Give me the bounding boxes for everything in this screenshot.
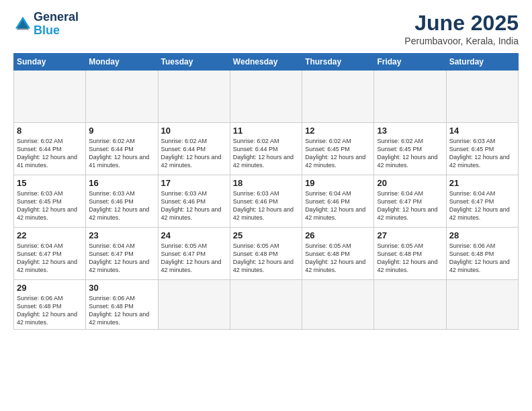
table-row: 26Sunrise: 6:05 AMSunset: 6:48 PMDayligh… [302,228,374,280]
table-row: 17Sunrise: 6:03 AMSunset: 6:46 PMDayligh… [158,175,230,228]
day-info: Sunrise: 6:06 AMSunset: 6:48 PMDaylight:… [17,294,83,327]
day-info: Sunrise: 6:05 AMSunset: 6:47 PMDaylight:… [161,242,227,275]
table-row [302,280,374,330]
day-number: 27 [377,230,443,240]
day-info: Sunrise: 6:05 AMSunset: 6:48 PMDaylight:… [305,242,371,275]
table-row: 14Sunrise: 6:03 AMSunset: 6:45 PMDayligh… [446,123,518,175]
day-info: Sunrise: 6:05 AMSunset: 6:48 PMDaylight:… [233,242,299,275]
day-number: 11 [233,126,299,136]
table-row [230,71,302,123]
day-number: 15 [17,178,83,188]
day-info: Sunrise: 6:02 AMSunset: 6:44 PMDaylight:… [17,137,83,170]
logo-text: General Blue [34,11,79,38]
table-row: 16Sunrise: 6:03 AMSunset: 6:46 PMDayligh… [86,175,158,228]
table-row [374,280,446,330]
day-number: 19 [305,178,371,188]
col-friday: Friday [374,54,446,71]
table-row: 19Sunrise: 6:04 AMSunset: 6:46 PMDayligh… [302,175,374,228]
table-row [158,280,230,330]
day-number: 16 [89,178,154,188]
day-info: Sunrise: 6:02 AMSunset: 6:44 PMDaylight:… [89,137,154,170]
day-number: 21 [449,178,515,188]
day-info: Sunrise: 6:03 AMSunset: 6:46 PMDaylight:… [89,189,154,222]
day-number: 13 [377,126,443,136]
day-info: Sunrise: 6:02 AMSunset: 6:44 PMDaylight:… [233,137,299,170]
day-number: 14 [449,126,515,136]
day-number: 20 [377,178,443,188]
day-info: Sunrise: 6:03 AMSunset: 6:45 PMDaylight:… [449,137,515,170]
table-row: 8Sunrise: 6:02 AMSunset: 6:44 PMDaylight… [14,123,86,175]
day-number: 9 [89,126,154,136]
day-info: Sunrise: 6:06 AMSunset: 6:48 PMDaylight:… [89,294,154,327]
table-row: 29Sunrise: 6:06 AMSunset: 6:48 PMDayligh… [14,280,86,330]
col-wednesday: Wednesday [230,54,302,71]
table-row [374,71,446,123]
location: Perumbavoor, Kerala, India [404,36,519,46]
day-number: 30 [89,283,154,293]
table-row [302,71,374,123]
col-monday: Monday [86,54,158,71]
day-number: 12 [305,126,371,136]
header-row: Sunday Monday Tuesday Wednesday Thursday… [14,54,519,71]
table-row [86,71,158,123]
day-number: 25 [233,230,299,240]
day-info: Sunrise: 6:06 AMSunset: 6:48 PMDaylight:… [449,242,515,275]
day-info: Sunrise: 6:02 AMSunset: 6:45 PMDaylight:… [305,137,371,170]
page: General Blue June 2025 Perumbavoor, Kera… [0,0,532,411]
calendar-table: Sunday Monday Tuesday Wednesday Thursday… [13,53,519,330]
day-info: Sunrise: 6:02 AMSunset: 6:44 PMDaylight:… [161,137,227,170]
day-info: Sunrise: 6:03 AMSunset: 6:46 PMDaylight:… [161,189,227,222]
table-row: 20Sunrise: 6:04 AMSunset: 6:47 PMDayligh… [374,175,446,228]
logo: General Blue [13,11,79,38]
day-info: Sunrise: 6:03 AMSunset: 6:46 PMDaylight:… [233,189,299,222]
table-row [230,280,302,330]
day-number: 8 [17,126,83,136]
day-number: 24 [161,230,227,240]
day-info: Sunrise: 6:02 AMSunset: 6:45 PMDaylight:… [377,137,443,170]
col-sunday: Sunday [14,54,86,71]
day-info: Sunrise: 6:05 AMSunset: 6:48 PMDaylight:… [377,242,443,275]
table-row: 23Sunrise: 6:04 AMSunset: 6:47 PMDayligh… [86,228,158,280]
title-block: June 2025 Perumbavoor, Kerala, India [404,11,519,46]
day-info: Sunrise: 6:04 AMSunset: 6:47 PMDaylight:… [89,242,154,275]
month-title: June 2025 [404,11,519,36]
day-number: 10 [161,126,227,136]
table-row: 24Sunrise: 6:05 AMSunset: 6:47 PMDayligh… [158,228,230,280]
day-info: Sunrise: 6:04 AMSunset: 6:47 PMDaylight:… [17,242,83,275]
table-row: 15Sunrise: 6:03 AMSunset: 6:45 PMDayligh… [14,175,86,228]
table-row [158,71,230,123]
table-row: 10Sunrise: 6:02 AMSunset: 6:44 PMDayligh… [158,123,230,175]
table-row: 22Sunrise: 6:04 AMSunset: 6:47 PMDayligh… [14,228,86,280]
day-number: 18 [233,178,299,188]
table-row: 30Sunrise: 6:06 AMSunset: 6:48 PMDayligh… [86,280,158,330]
day-number: 22 [17,230,83,240]
day-number: 28 [449,230,515,240]
table-row: 25Sunrise: 6:05 AMSunset: 6:48 PMDayligh… [230,228,302,280]
table-row [446,280,518,330]
header: General Blue June 2025 Perumbavoor, Kera… [13,11,519,46]
day-info: Sunrise: 6:03 AMSunset: 6:45 PMDaylight:… [17,189,83,222]
table-row: 9Sunrise: 6:02 AMSunset: 6:44 PMDaylight… [86,123,158,175]
day-info: Sunrise: 6:04 AMSunset: 6:47 PMDaylight:… [377,189,443,222]
logo-icon [13,15,32,34]
table-row: 21Sunrise: 6:04 AMSunset: 6:47 PMDayligh… [446,175,518,228]
col-tuesday: Tuesday [158,54,230,71]
table-row: 28Sunrise: 6:06 AMSunset: 6:48 PMDayligh… [446,228,518,280]
day-info: Sunrise: 6:04 AMSunset: 6:46 PMDaylight:… [305,189,371,222]
day-number: 29 [17,283,83,293]
table-row [446,71,518,123]
day-number: 23 [89,230,154,240]
col-saturday: Saturday [446,54,518,71]
table-row: 13Sunrise: 6:02 AMSunset: 6:45 PMDayligh… [374,123,446,175]
col-thursday: Thursday [302,54,374,71]
table-row: 12Sunrise: 6:02 AMSunset: 6:45 PMDayligh… [302,123,374,175]
table-row: 18Sunrise: 6:03 AMSunset: 6:46 PMDayligh… [230,175,302,228]
day-info: Sunrise: 6:04 AMSunset: 6:47 PMDaylight:… [449,189,515,222]
day-number: 17 [161,178,227,188]
table-row [14,71,86,123]
table-row: 27Sunrise: 6:05 AMSunset: 6:48 PMDayligh… [374,228,446,280]
table-row: 11Sunrise: 6:02 AMSunset: 6:44 PMDayligh… [230,123,302,175]
day-number: 26 [305,230,371,240]
